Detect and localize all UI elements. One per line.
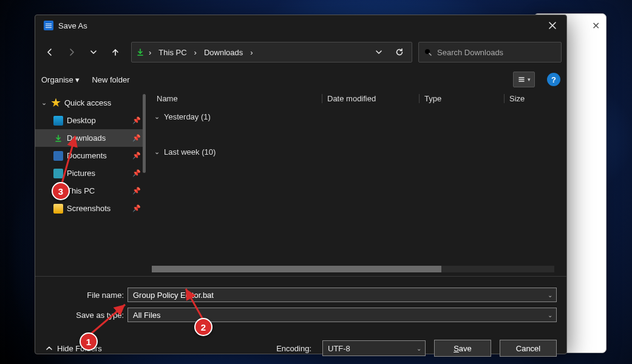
up-button[interactable] (106, 41, 125, 63)
file-list[interactable]: Name Date modified Type Size ⌄ Yesterday… (146, 90, 566, 276)
folder-icon (53, 204, 63, 214)
column-name[interactable]: Name (152, 94, 322, 103)
desktop-icon (53, 116, 63, 126)
organise-menu[interactable]: Organise ▾ (41, 75, 80, 84)
sidebar-item-desktop[interactable]: Desktop 📌 (35, 112, 146, 129)
download-icon (135, 47, 145, 57)
annotation-badge-3: 3 (52, 182, 70, 200)
save-text: ave (459, 344, 472, 353)
close-button[interactable] (539, 15, 566, 36)
filename-input[interactable]: Group Policy Editor.bat ⌄ (127, 288, 557, 302)
titlebar: Save As (35, 15, 566, 36)
close-icon[interactable]: ✕ (592, 20, 600, 32)
pin-icon: 📌 (132, 169, 141, 177)
new-folder-button[interactable]: New folder (92, 75, 129, 84)
forward-button[interactable] (62, 41, 81, 63)
filename-label: File name: (45, 291, 124, 300)
chevron-right-icon: › (250, 48, 253, 57)
save-button[interactable]: Save (434, 340, 491, 357)
chevron-down-icon[interactable]: ⌄ (548, 312, 552, 318)
search-input[interactable]: Search Downloads (418, 42, 562, 62)
view-options-button[interactable]: ▾ (513, 72, 535, 87)
file-group[interactable]: ⌄ Yesterday (1) (152, 107, 560, 126)
sidebar-item-documents[interactable]: Documents 📌 (35, 147, 146, 164)
sidebar-item-quick-access[interactable]: ⌄ Quick access (35, 94, 146, 112)
annotation-badge-1: 1 (80, 332, 98, 351)
save-as-dialog: Save As › This PC › Downloads › (35, 15, 567, 354)
chevron-down-icon: ⌄ (41, 99, 47, 107)
notepad-app-icon (44, 21, 53, 30)
column-date[interactable]: Date modified (322, 94, 419, 103)
search-icon (424, 48, 432, 56)
sidebar: ⌄ Quick access Desktop 📌 Downloads 📌 Doc… (35, 90, 146, 276)
encoding-label: Encoding: (276, 344, 311, 353)
help-button[interactable]: ? (547, 73, 560, 86)
address-bar[interactable]: › This PC › Downloads › (131, 42, 412, 62)
pin-icon: 📌 (132, 204, 141, 212)
address-dropdown-button[interactable] (370, 42, 387, 62)
chevron-down-icon[interactable]: ⌄ (548, 292, 552, 298)
pictures-icon (53, 169, 63, 178)
recent-locations-button[interactable] (84, 41, 103, 63)
sidebar-item-pictures[interactable]: Pictures 📌 (35, 164, 146, 182)
savetype-select[interactable]: All Files ⌄ (127, 308, 557, 322)
breadcrumb[interactable]: This PC (155, 47, 190, 58)
encoding-select[interactable]: UTF-8 ⌄ (322, 340, 426, 356)
svg-line-6 (429, 53, 431, 55)
annotation-badge-2: 2 (194, 318, 212, 336)
chevron-down-icon: ⌄ (154, 148, 160, 156)
pin-icon: 📌 (132, 116, 141, 124)
horizontal-scrollbar[interactable] (152, 266, 554, 272)
chevron-right-icon: › (149, 48, 151, 57)
chevron-up-icon (45, 344, 53, 352)
breadcrumb[interactable]: Downloads (200, 47, 246, 58)
chevron-down-icon: ⌄ (154, 113, 160, 121)
star-icon (51, 98, 61, 108)
dialog-title: Save As (58, 21, 87, 30)
pin-icon: 📌 (132, 134, 141, 142)
column-type[interactable]: Type (419, 94, 504, 103)
column-size[interactable]: Size (504, 94, 560, 103)
pin-icon: 📌 (132, 187, 141, 195)
sidebar-item-downloads[interactable]: Downloads 📌 (35, 129, 146, 147)
refresh-button[interactable] (391, 42, 408, 62)
file-group[interactable]: ⌄ Last week (10) (152, 143, 560, 161)
cancel-button[interactable]: Cancel (500, 340, 557, 357)
back-button[interactable] (40, 41, 59, 63)
chevron-right-icon: › (194, 48, 197, 57)
pin-icon: 📌 (132, 152, 141, 160)
download-icon (53, 133, 63, 143)
savetype-label: Save as type: (45, 311, 124, 320)
documents-icon (53, 151, 63, 161)
column-headers[interactable]: Name Date modified Type Size (152, 90, 560, 107)
chevron-down-icon[interactable]: ⌄ (416, 345, 421, 352)
sidebar-item-screenshots[interactable]: Screenshots 📌 (35, 200, 146, 217)
